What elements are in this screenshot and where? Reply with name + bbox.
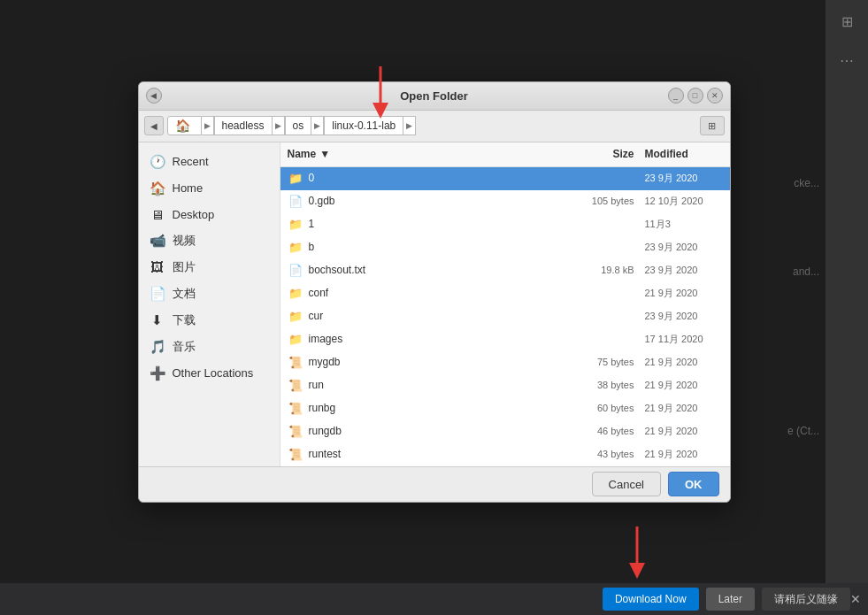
dialog-toolbar: ◀ 🏠 ▶ headless ▶ os ▶ linux-0.11-lab ▶ ⊞ [139,111,730,142]
file-icon-exec: 📜 [288,448,303,461]
file-modified-cur: 23 9月 2020 [634,310,723,323]
sidebar-item-videos[interactable]: 📹 视频 [139,228,280,253]
file-row-mygdb[interactable]: 📜mygdb75 bytes21 9月 2020 [280,351,730,374]
file-size-rungdb: 46 bytes [564,426,634,436]
open-folder-dialog: ◀ Open Folder _ □ ✕ ◀ 🏠 ▶ headless ▶ os … [138,81,731,503]
sidebar-item-music-label: 音乐 [173,339,196,355]
file-size-run: 38 bytes [564,380,634,390]
desktop-icon: 🖥 [150,207,165,222]
file-icon-folder: 📁 [288,333,303,346]
sidebar-item-other-locations[interactable]: ➕ Other Locations [139,361,280,386]
file-row-b[interactable]: 📁b23 9月 2020 [280,236,730,259]
titlebar-controls: _ □ ✕ [668,88,723,104]
file-row-0gdb[interactable]: 📄0.gdb105 bytes12 10月 2020 [280,190,730,213]
file-row-rungdb[interactable]: 📜rungdb46 bytes21 9月 2020 [280,420,730,443]
pictures-icon: 🖼 [150,259,165,274]
file-icon-folder: 📁 [288,172,303,185]
sidebar-item-downloads-label: 下载 [173,312,196,328]
file-icon-file: 📄 [288,264,303,277]
sort-arrow: ▼ [319,148,330,160]
file-modified-runbg: 21 9月 2020 [634,402,723,415]
file-name-runbg: runbg [309,402,564,414]
sidebar-item-desktop[interactable]: 🖥 Desktop [139,203,280,227]
col-header-modified[interactable]: Modified [634,148,723,160]
file-name-0: 0 [309,172,564,184]
file-icon-exec: 📜 [288,379,303,392]
file-icon-folder: 📁 [288,287,303,300]
file-size-0gdb: 105 bytes [564,196,634,206]
file-modified-b: 23 9月 2020 [634,241,723,254]
titlebar-left-controls: ◀ [146,88,162,104]
dialog-footer: Cancel OK [139,466,730,502]
file-row-bochsout[interactable]: 📄bochsout.txt19.8 kB23 9月 2020 [280,259,730,282]
file-modified-0: 23 9月 2020 [634,172,723,185]
titlebar-maximize-btn[interactable]: □ [687,88,703,104]
cancel-button[interactable]: Cancel [592,472,661,496]
bottom-x-icon[interactable]: ✕ [850,592,861,606]
sidebar-item-recent[interactable]: 🕐 Recent [139,150,280,174]
ok-button[interactable]: OK [668,472,719,496]
file-name-cur: cur [309,310,564,322]
file-row-conf[interactable]: 📁conf21 9月 2020 [280,282,730,305]
file-icon-folder: 📁 [288,310,303,323]
file-row-runbg[interactable]: 📜runbg60 bytes21 9月 2020 [280,397,730,420]
file-name-run: run [309,379,564,391]
file-name-conf: conf [309,287,564,299]
later-button[interactable]: Later [706,588,755,611]
file-icon-folder: 📁 [288,218,303,231]
sidebar-item-documents[interactable]: 📄 文档 [139,281,280,306]
breadcrumb-sep-4: ▶ [403,116,416,135]
titlebar-back-btn[interactable]: ◀ [146,88,162,104]
close-notification-button[interactable]: 请稍后义随缘 [762,588,850,611]
titlebar-close-btn[interactable]: ✕ [707,88,723,104]
file-row-runtest[interactable]: 📜runtest43 bytes21 9月 2020 [280,443,730,466]
file-name-runtest: runtest [309,448,564,460]
file-size-bochsout: 19.8 kB [564,265,634,275]
file-name-1: 1 [309,218,564,230]
sidebar-item-desktop-label: Desktop [173,208,215,221]
sidebar-item-pictures[interactable]: 🖼 图片 [139,255,280,280]
breadcrumb-sep-2: ▶ [273,116,285,135]
file-size-runtest: 43 bytes [564,449,634,459]
col-header-size[interactable]: Size [564,148,634,160]
sidebar-item-videos-label: 视频 [173,233,196,249]
file-icon-file: 📄 [288,195,303,208]
file-row-0[interactable]: 📁023 9月 2020 [280,167,730,190]
breadcrumb-lab[interactable]: linux-0.11-lab [324,116,403,135]
file-row-cur[interactable]: 📁cur23 9月 2020 [280,305,730,328]
file-modified-bochsout: 23 9月 2020 [634,264,723,277]
titlebar-minimize-btn[interactable]: _ [668,88,684,104]
breadcrumb-os[interactable]: os [285,116,312,135]
dialog-overlay: ◀ Open Folder _ □ ✕ ◀ 🏠 ▶ headless ▶ os … [0,0,868,583]
sidebar-item-music[interactable]: 🎵 音乐 [139,334,280,359]
music-icon: 🎵 [150,339,165,355]
file-icon-exec: 📜 [288,425,303,438]
documents-icon: 📄 [150,286,165,302]
sidebar-item-downloads[interactable]: ⬇ 下载 [139,308,280,333]
file-row-images[interactable]: 📁images17 11月 2020 [280,328,730,351]
downloads-icon: ⬇ [150,312,165,328]
sidebar-item-pictures-label: 图片 [173,259,196,275]
sidebar-item-home-label: Home [173,181,204,195]
file-row-run[interactable]: 📜run38 bytes21 9月 2020 [280,374,730,397]
breadcrumb-headless[interactable]: headless [214,116,273,135]
breadcrumb-home[interactable]: 🏠 [167,116,202,135]
home-sidebar-icon: 🏠 [150,181,165,196]
videos-icon: 📹 [150,233,165,249]
sidebar-item-home[interactable]: 🏠 Home [139,176,280,201]
download-now-button[interactable]: Download Now [603,588,699,611]
file-modified-images: 17 11月 2020 [634,333,723,346]
home-icon: 🏠 [175,119,190,133]
nav-back-button[interactable]: ◀ [144,116,164,135]
file-size-mygdb: 75 bytes [564,357,634,367]
file-row-1[interactable]: 📁111月3 [280,213,730,236]
file-name-bochsout: bochsout.txt [309,264,564,276]
breadcrumb-sep-3: ▶ [311,116,324,135]
sidebar-item-documents-label: 文档 [173,286,196,302]
dialog-main: 🕐 Recent 🏠 Home 🖥 Desktop 📹 视频 🖼 [139,142,730,466]
file-name-b: b [309,241,564,253]
col-header-name[interactable]: Name ▼ [288,148,564,160]
toolbar-grid-btn[interactable]: ⊞ [700,116,725,135]
file-modified-mygdb: 21 9月 2020 [634,356,723,369]
breadcrumb-sep-1: ▶ [202,116,214,135]
